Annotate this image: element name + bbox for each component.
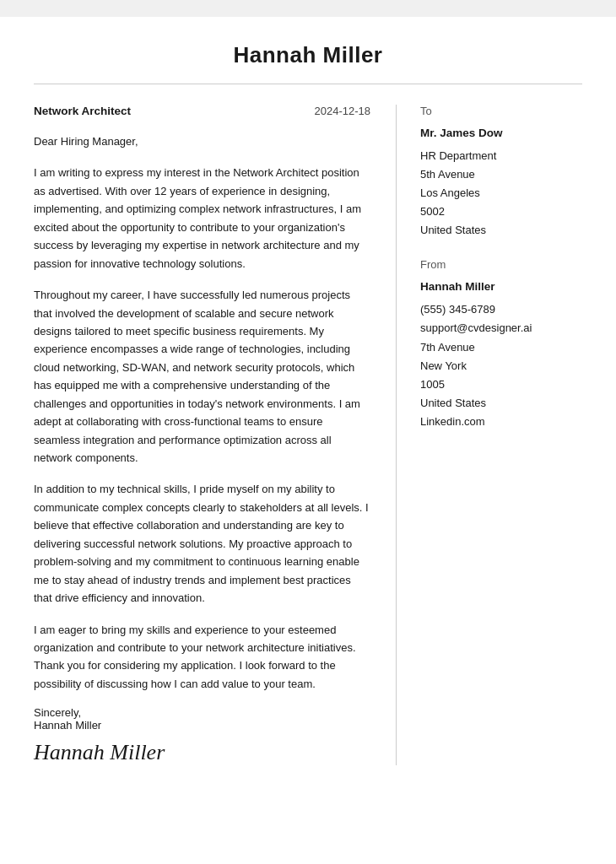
from-linkedin: Linkedin.com — [420, 413, 582, 431]
to-department: HR Department — [420, 147, 582, 165]
from-zip: 1005 — [420, 375, 582, 394]
from-address: Hannah Miller (555) 345-6789 support@cvd… — [420, 278, 582, 431]
from-label: From — [420, 258, 582, 271]
paragraph-2: Throughout my career, I have successfull… — [34, 286, 370, 467]
from-name: Hannah Miller — [420, 278, 582, 297]
content-area: Network Architect 2024-12-18 Dear Hiring… — [34, 105, 582, 765]
paragraph-1: I am writing to express my interest in t… — [34, 164, 370, 273]
from-street: 7th Avenue — [420, 338, 582, 357]
right-panel: To Mr. James Dow HR Department 5th Avenu… — [397, 105, 582, 765]
to-name: Mr. James Dow — [420, 124, 582, 143]
to-country: United States — [420, 221, 582, 240]
to-label: To — [420, 105, 582, 117]
from-phone: (555) 345-6789 — [420, 300, 582, 319]
salutation: Dear Hiring Manager, — [34, 132, 370, 150]
to-city: Los Angeles — [420, 184, 582, 202]
page-header: Hannah Miller — [34, 42, 582, 84]
signature: Hannah Miller — [34, 740, 370, 765]
to-address: Mr. James Dow HR Department 5th Avenue L… — [420, 124, 582, 240]
closing-line1: Sincerely, — [34, 706, 370, 719]
job-title: Network Architect — [34, 105, 131, 117]
to-street: 5th Avenue — [420, 165, 582, 184]
closing-line2: Hannah Miller — [34, 719, 370, 732]
from-country: United States — [420, 394, 582, 413]
to-section: To Mr. James Dow HR Department 5th Avenu… — [420, 105, 582, 240]
letter-body: Dear Hiring Manager, I am writing to exp… — [34, 132, 370, 693]
page: Hannah Miller Network Architect 2024-12-… — [0, 17, 616, 864]
to-zip: 5002 — [420, 202, 582, 221]
from-section: From Hannah Miller (555) 345-6789 suppor… — [420, 258, 582, 431]
paragraph-4: I am eager to bring my skills and experi… — [34, 621, 370, 694]
page-title: Hannah Miller — [34, 42, 582, 68]
from-city: New York — [420, 357, 582, 375]
paragraph-3: In addition to my technical skills, I pr… — [34, 480, 370, 607]
left-panel: Network Architect 2024-12-18 Dear Hiring… — [34, 105, 397, 765]
letter-header-row: Network Architect 2024-12-18 — [34, 105, 370, 117]
closing: Sincerely, Hannah Miller — [34, 706, 370, 732]
from-email: support@cvdesigner.ai — [420, 319, 582, 338]
letter-date: 2024-12-18 — [315, 105, 371, 117]
